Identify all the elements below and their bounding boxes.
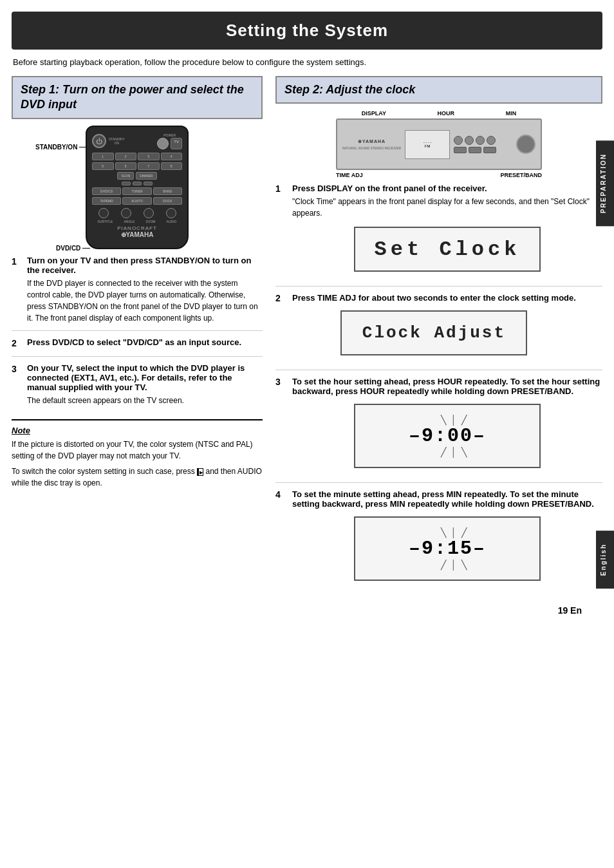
power-btn[interactable] — [157, 138, 169, 149]
arrow-tr: │ — [451, 415, 457, 425]
step2-item-1: 1 Press DISPLAY on the front panel of th… — [275, 184, 602, 287]
btn-5[interactable]: 5 — [92, 162, 114, 170]
zoom-icon[interactable] — [144, 208, 154, 218]
tuner-btn[interactable]: TUNER — [122, 187, 151, 195]
note-text-2: To switch the color system setting in su… — [12, 466, 263, 489]
page-title: Setting the System — [24, 21, 590, 41]
dvd-cd-label: DVD/CD — [56, 245, 90, 252]
pianocraft-label: PIANOCRAFT — [92, 225, 182, 231]
page-header: Setting the System — [12, 12, 602, 50]
source-row: DVD/CD TUNER BAND — [92, 187, 182, 195]
extra-btn-3[interactable] — [144, 182, 153, 185]
angle-icon[interactable] — [121, 208, 131, 218]
btn-6[interactable]: 6 — [115, 162, 137, 170]
receiver-bottom-labels: TIME ADJ PRESET/BAND — [336, 172, 542, 178]
dock-btn[interactable]: DOCK — [153, 197, 182, 205]
page-container: Setting the System Before starting playb… — [0, 12, 614, 627]
step2-title-4: To set the minute setting ahead, press M… — [292, 489, 602, 509]
extra-row — [92, 182, 182, 185]
step1-text-3: On your TV, select the input to which th… — [27, 363, 263, 406]
remote-top-row: ⏻ STANDBY/ON POWER TV — [92, 133, 182, 149]
standby-text: STANDBY/ON — [109, 137, 125, 145]
display-content: - - - -FM — [423, 140, 432, 148]
extra-btn-2[interactable] — [133, 182, 142, 185]
step1-title-3: On your TV, select the input to which th… — [27, 363, 263, 392]
auxtv-btn[interactable]: AUX/TV — [122, 197, 151, 205]
arrow-br: ╲ — [461, 447, 467, 457]
display-label: DISPLAY — [362, 110, 386, 117]
receiver-yamaha: ⊕YAMAHA — [358, 139, 386, 144]
step1-item-2: 2 Press DVD/CD to select "DVD/CD" as an … — [12, 337, 263, 357]
step2-header: Step 2: Adjust the clock — [275, 76, 602, 104]
receiver-display-panel: - - - -FM — [405, 130, 450, 159]
btn-3[interactable]: 3 — [138, 153, 160, 160]
arrow-bm: │ — [451, 447, 457, 457]
note-text-1: If the picture is distorted on your TV, … — [12, 439, 263, 462]
two-column-layout: Step 1: Turn on the power and select the… — [12, 76, 602, 601]
arrows-row-top: ╲ │ ╱ — [428, 415, 467, 425]
zoom-label: ZOOM — [146, 220, 156, 223]
time-900-value: –9:00– — [409, 425, 486, 447]
arrow-tl: ╲ — [441, 415, 446, 425]
time-adj-label: TIME ADJ — [336, 172, 363, 178]
step1-text-2: Press DVD/CD to select "DVD/CD" as an in… — [27, 337, 241, 350]
step2-title-3: To set the hour setting ahead, press HOU… — [292, 377, 602, 396]
step1-num-1: 1 — [12, 256, 22, 324]
receiver-top-labels: DISPLAY HOUR MIN — [336, 110, 542, 117]
receiver-wrap: DISPLAY HOUR MIN ⊕YAMAHA NATURAL SOUND S… — [275, 110, 602, 178]
arrows-row-top-2: ╲ │ ╱ — [428, 527, 467, 538]
rec-rect-2[interactable] — [469, 147, 481, 153]
btn-1[interactable]: 1 — [92, 153, 114, 160]
btn-4[interactable]: 4 — [161, 153, 183, 160]
band-btn[interactable]: BAND — [153, 187, 182, 195]
preparation-tab: PREPARATION — [596, 140, 614, 226]
rec-rect-1[interactable] — [454, 147, 467, 153]
rec-rect-3[interactable] — [483, 147, 496, 153]
step2-item-3: 3 To set the hour setting ahead, press H… — [275, 377, 602, 483]
remote-outer: STANDBY/ON DVD/CD ⏻ STANDBY/ON — [86, 126, 189, 249]
btn-8[interactable]: 8 — [161, 162, 183, 170]
step2-content-1: Press DISPLAY on the front panel of the … — [292, 184, 602, 279]
step2-desc-1: "Clock Time" appears in the front panel … — [292, 196, 602, 219]
step2-title-2: Press TIME ADJ for about two seconds to … — [292, 293, 576, 303]
number-grid-1: 1 2 3 4 — [92, 153, 182, 160]
dimmer-btn[interactable]: DIMMER — [136, 172, 156, 180]
note-title: Note — [12, 426, 263, 435]
scan-btn[interactable]: SCAN — [117, 172, 134, 180]
arrow-tl2: ╲ — [441, 527, 446, 538]
rec-btn-4[interactable] — [487, 136, 496, 145]
rec-btn-2[interactable] — [465, 136, 474, 145]
step2-content-2: Press TIME ADJ for about two seconds to … — [292, 293, 576, 363]
rec-btn-3[interactable] — [476, 136, 485, 145]
step1-desc-3: The default screen appears on the TV scr… — [27, 395, 263, 406]
volume-knob[interactable] — [516, 135, 535, 154]
btn-7[interactable]: 7 — [138, 162, 160, 170]
subtitle-icon[interactable] — [98, 208, 109, 218]
number-grid-2: 5 6 7 8 — [92, 162, 182, 170]
arrows-row-bottom: ╱ │ ╲ — [428, 447, 467, 457]
arrow-bl: ╱ — [441, 447, 446, 457]
tapemd-btn[interactable]: TAPEMD — [92, 197, 121, 205]
tv-btn[interactable]: TV — [171, 138, 182, 149]
power-tv: TV — [157, 138, 182, 149]
receiver-subtitle: NATURAL SOUND STEREO RECEIVER — [342, 146, 401, 150]
extra-btn-1[interactable] — [122, 182, 131, 185]
step1-title: Step 1: Turn on the power and select the… — [21, 82, 254, 113]
arrow-tm2: │ — [451, 527, 457, 538]
step1-desc-1: If the DVD player is connected to the re… — [27, 278, 263, 324]
intro-text: Before starting playback operation, foll… — [13, 57, 601, 67]
step1-item-1: 1 Turn on your TV and then press STANDBY… — [12, 256, 263, 331]
min-label: MIN — [506, 110, 517, 117]
dvdcd-btn[interactable]: DVD/CD — [92, 187, 121, 195]
bottom-buttons — [454, 147, 496, 153]
step2-title: Step 2: Adjust the clock — [284, 82, 593, 97]
standby-btn[interactable]: ⏻ — [92, 134, 106, 148]
rec-btn-1[interactable] — [454, 136, 463, 145]
audio-icon[interactable] — [166, 208, 176, 218]
top-buttons — [454, 136, 496, 145]
standby-power-group: ⏻ STANDBY/ON — [92, 133, 125, 149]
tape-row: TAPEMD AUX/TV DOCK — [92, 197, 182, 205]
yamaha-logo: ⊕YAMAHA — [92, 231, 182, 238]
btn-2[interactable]: 2 — [115, 153, 137, 160]
step1-num-3: 3 — [12, 364, 22, 406]
